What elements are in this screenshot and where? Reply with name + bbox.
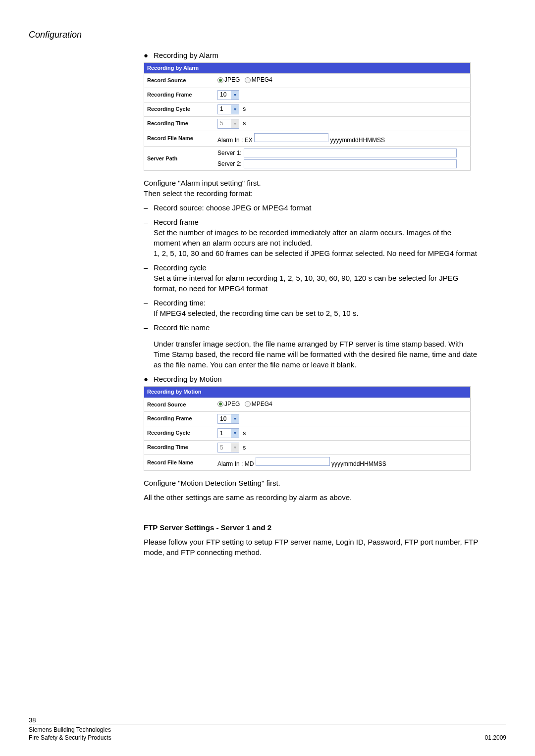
page-number: 38 [29, 716, 36, 724]
dash-icon: – [144, 262, 154, 273]
li-recording-cycle-title: Recording cycle [154, 262, 478, 273]
radio-unchecked-icon [245, 401, 251, 407]
recording-by-motion-title: Recording by Motion [154, 374, 222, 384]
chevron-down-icon: ▾ [231, 105, 239, 114]
radio-checked-icon [217, 401, 223, 407]
file-name-prefix-m: Alarm In : MD [217, 460, 254, 467]
dash-icon: – [144, 322, 154, 333]
li-record-frame-p2: 1, 2, 5, 10, 30 and 60 frames can be sel… [154, 248, 478, 258]
label-recording-time: Recording Time [144, 116, 215, 131]
alarm-p1: Configure "Alarm input setting" first. [144, 178, 478, 188]
file-name-prefix: Alarm In : EX [217, 137, 253, 144]
footer-date: 01.2009 [485, 734, 506, 741]
label-recording-time-m: Recording Time [144, 440, 215, 454]
bullet-icon: ● [144, 374, 154, 384]
section-header: Configuration [29, 30, 82, 40]
li-record-frame-p1: Set the number of images to be recorded … [154, 227, 478, 248]
file-name-suffix-m: yyyymmddHHMMSS [331, 460, 386, 467]
file-name-input-m[interactable] [256, 457, 330, 466]
label-record-source: Record Source [144, 74, 215, 88]
select-recording-cycle[interactable]: 1▾ [217, 104, 239, 114]
recording-by-motion-table: Recording by Motion Record Source JPEG M… [144, 386, 471, 470]
chevron-down-icon: ▾ [231, 91, 239, 100]
footer-l1: Siemens Building Technologies [29, 726, 111, 733]
footer-l2: Fire Safety & Security Products [29, 734, 111, 741]
select-recording-time[interactable]: 5▾ [217, 119, 239, 129]
ftp-settings-p: Please follow your FTP setting to setup … [144, 537, 478, 557]
label-recording-frame-m: Recording Frame [144, 411, 215, 426]
select-recording-cycle-m[interactable]: 1▾ [217, 428, 239, 438]
radio-checked-icon [217, 77, 223, 83]
radio-mpeg4-m[interactable]: MPEG4 [245, 400, 272, 408]
select-recording-frame-m[interactable]: 10▾ [217, 414, 239, 424]
server2-input[interactable] [244, 159, 457, 168]
radio-jpeg[interactable]: JPEG [217, 76, 240, 84]
dash-icon: – [144, 217, 154, 227]
unit-s: s [243, 430, 246, 437]
label-server-path: Server Path [144, 147, 215, 171]
li-recording-time-p: If MPEG4 selected, the recording time ca… [154, 308, 478, 318]
dash-icon: – [144, 298, 154, 308]
recording-by-alarm-title: Recording by Alarm [154, 50, 218, 60]
label-recording-cycle-m: Recording Cycle [144, 426, 215, 440]
recording-by-alarm-table: Recording by Alarm Record Source JPEG MP… [144, 62, 471, 171]
radio-mpeg4[interactable]: MPEG4 [245, 76, 272, 84]
unit-s: s [243, 444, 246, 451]
label-record-file-name: Record File Name [144, 131, 215, 147]
li-recording-cycle-p: Set a time interval for alarm recording … [154, 273, 478, 294]
li-record-file-name-p: Under transfer image section, the file n… [154, 339, 478, 370]
radio-jpeg-m[interactable]: JPEG [217, 400, 240, 408]
chevron-down-icon: ▾ [231, 443, 239, 452]
label-recording-frame: Recording Frame [144, 88, 215, 102]
dash-icon: – [144, 202, 154, 213]
page-footer: Siemens Building Technologies Fire Safet… [29, 724, 506, 741]
server2-label: Server 2: [217, 160, 242, 168]
radio-unchecked-icon [245, 77, 251, 83]
li-recording-time-title: Recording time: [154, 298, 478, 308]
chevron-down-icon: ▾ [231, 429, 239, 438]
chevron-down-icon: ▾ [231, 119, 239, 128]
server1-input[interactable] [244, 149, 457, 157]
unit-s: s [243, 120, 246, 127]
li-record-source: Record source: choose JPEG or MPEG4 form… [154, 202, 478, 213]
ftp-settings-title: FTP Server Settings - Server 1 and 2 [144, 522, 478, 533]
label-recording-cycle: Recording Cycle [144, 102, 215, 116]
label-record-source-m: Record Source [144, 398, 215, 411]
motion-p2: All the other settings are same as recor… [144, 492, 478, 503]
motion-table-header: Recording by Motion [144, 387, 471, 398]
motion-p1: Configure "Motion Detection Setting" fir… [144, 478, 478, 488]
li-record-frame-title: Record frame [154, 217, 478, 227]
unit-s: s [243, 105, 246, 112]
file-name-input[interactable] [254, 133, 328, 142]
bullet-icon: ● [144, 50, 154, 60]
file-name-suffix: yyyymmddHHMMSS [330, 137, 385, 144]
chevron-down-icon: ▾ [231, 414, 239, 423]
label-record-file-name-m: Record File Name [144, 454, 215, 470]
li-record-file-name-title: Record file name [154, 322, 478, 333]
alarm-table-header: Recording by Alarm [144, 63, 471, 74]
alarm-p2: Then select the recording format: [144, 188, 478, 199]
server1-label: Server 1: [217, 149, 242, 157]
select-recording-time-m[interactable]: 5▾ [217, 443, 239, 453]
select-recording-frame[interactable]: 10▾ [217, 90, 239, 100]
